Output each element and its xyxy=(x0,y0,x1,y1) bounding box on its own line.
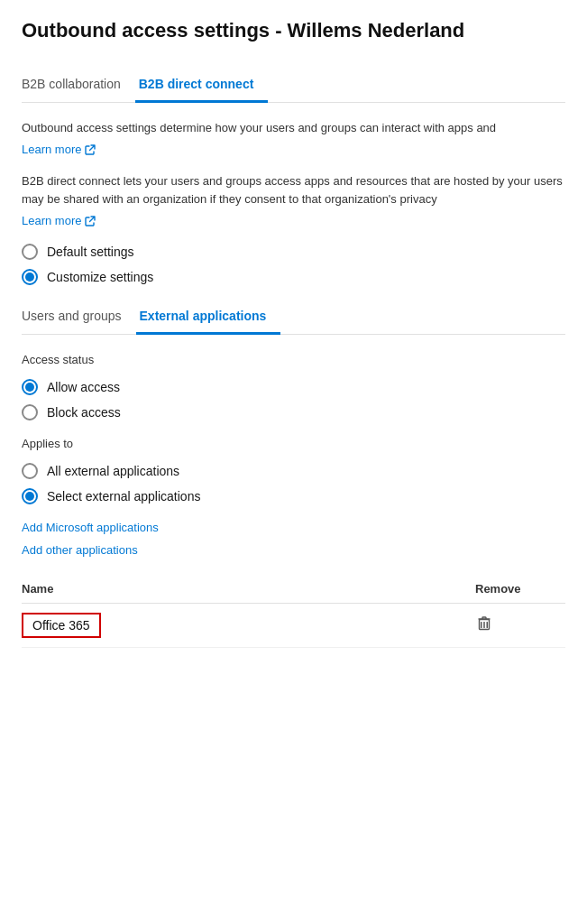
radio-circle-default xyxy=(22,244,38,260)
radio-circle-all-ext xyxy=(22,463,38,479)
tab-users-and-groups[interactable]: Users and groups xyxy=(22,301,136,335)
radio-default-settings[interactable]: Default settings xyxy=(22,244,565,260)
access-status-label: Access status xyxy=(22,353,565,366)
radio-allow-access[interactable]: Allow access xyxy=(22,379,565,395)
section-tabs: Users and groups External applications xyxy=(22,301,565,335)
description-first: Outbound access settings determine how y… xyxy=(22,119,565,137)
office365-name-box: Office 365 xyxy=(22,613,101,638)
cell-name: Office 365 xyxy=(22,613,475,638)
external-link-icon xyxy=(85,144,96,155)
delete-icon[interactable] xyxy=(475,618,493,636)
col-header-name: Name xyxy=(22,582,475,596)
radio-select-external[interactable]: Select external applications xyxy=(22,488,565,504)
radio-circle-select-ext xyxy=(22,488,38,504)
col-header-remove: Remove xyxy=(475,582,565,596)
table-header: Name Remove xyxy=(22,575,565,604)
settings-radio-group: Default settings Customize settings xyxy=(22,244,565,285)
add-microsoft-applications-link[interactable]: Add Microsoft applications xyxy=(22,521,565,534)
svg-rect-2 xyxy=(487,622,489,628)
radio-circle-customize xyxy=(22,269,38,285)
radio-customize-settings[interactable]: Customize settings xyxy=(22,269,565,285)
access-radio-group: Allow access Block access xyxy=(22,379,565,420)
learn-more-first[interactable]: Learn more xyxy=(22,143,96,156)
radio-block-access[interactable]: Block access xyxy=(22,404,565,420)
tab-b2b-direct-connect[interactable]: B2B direct connect xyxy=(135,69,269,103)
table-row: Office 365 xyxy=(22,604,565,648)
add-other-applications-link[interactable]: Add other applications xyxy=(22,543,565,557)
radio-all-external[interactable]: All external applications xyxy=(22,463,565,479)
learn-more-second[interactable]: Learn more xyxy=(22,214,96,227)
external-link-icon-2 xyxy=(85,216,96,226)
tab-external-applications[interactable]: External applications xyxy=(136,301,281,335)
main-tabs: B2B collaboration B2B direct connect xyxy=(22,69,565,103)
radio-circle-block xyxy=(22,404,38,420)
applications-table: Name Remove Office 365 xyxy=(22,575,565,648)
tab-b2b-collaboration[interactable]: B2B collaboration xyxy=(22,69,135,103)
applies-to-label: Applies to xyxy=(22,437,565,450)
svg-rect-1 xyxy=(483,622,485,628)
page-title: Outbound access settings - Willems Neder… xyxy=(22,18,565,44)
radio-circle-allow xyxy=(22,379,38,395)
cell-remove xyxy=(475,614,565,637)
applies-to-radio-group: All external applications Select externa… xyxy=(22,463,565,504)
description-second: B2B direct connect lets your users and g… xyxy=(22,172,565,208)
svg-rect-0 xyxy=(481,622,482,628)
